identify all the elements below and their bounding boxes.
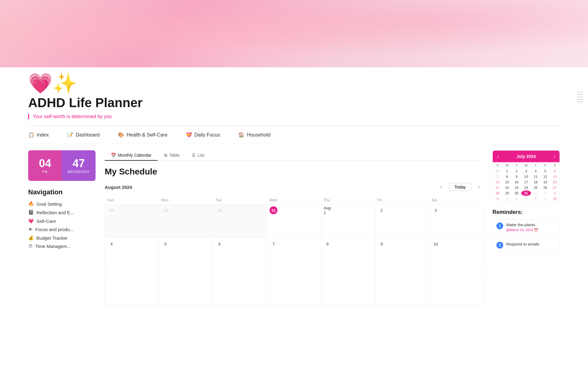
mini-cell-16[interactable]: 16: [512, 179, 521, 185]
today-button[interactable]: Today: [449, 183, 471, 191]
mini-cell-12[interactable]: 12: [541, 174, 550, 179]
mini-cell-30[interactable]: 30: [512, 190, 521, 196]
mini-cell-23[interactable]: 23: [512, 185, 521, 190]
mini-cell-10[interactable]: 10: [521, 174, 531, 179]
mini-cell-5n[interactable]: 5: [502, 196, 512, 201]
cal-cell-2[interactable]: 2: [375, 204, 429, 238]
mini-cell-27[interactable]: 27: [550, 185, 560, 190]
cal-cell-empty3[interactable]: [213, 272, 267, 305]
mini-cell-8n[interactable]: 8: [531, 196, 541, 201]
sidebar-item-time[interactable]: ⏱ Time Managem...: [28, 244, 96, 249]
mini-cell-15[interactable]: 15: [502, 179, 512, 185]
dashboard-icon: 📝: [67, 132, 73, 138]
prev-month-button[interactable]: ‹: [437, 183, 446, 191]
sidebar-item-budget[interactable]: 💰 Budget Tracker: [28, 235, 96, 241]
cal-cell-8[interactable]: 8: [321, 238, 375, 272]
mini-cell-19[interactable]: 19: [541, 179, 550, 185]
cal-cell-empty7[interactable]: [429, 272, 483, 305]
cal-cell-9[interactable]: 9: [375, 238, 429, 272]
sidebar-item-selfcare[interactable]: 💗 Self-Care: [28, 218, 96, 224]
mini-cell-29[interactable]: 29: [502, 190, 512, 196]
tab-list[interactable]: ☰ List: [186, 150, 210, 161]
scrollbar-line: [577, 99, 583, 100]
cal-cell-10[interactable]: 10: [429, 238, 483, 272]
mini-cell-18[interactable]: 18: [531, 179, 541, 185]
cal-cell-6[interactable]: 6: [213, 238, 267, 272]
sidebar-item-reflection[interactable]: 📓 Reflection and E...: [28, 210, 96, 215]
sidebar-item-focus[interactable]: 👁 Focus and produ...: [28, 227, 96, 232]
mini-cell-9[interactable]: 9: [512, 174, 521, 179]
cal-cell-29[interactable]: 29: [159, 204, 213, 238]
mini-cell-6n[interactable]: 6: [512, 196, 521, 201]
next-month-button[interactable]: ›: [475, 183, 483, 191]
mini-cell-9n[interactable]: 9: [541, 196, 550, 201]
cal-cell-empty2[interactable]: [159, 272, 213, 305]
cal-cell-5[interactable]: 5: [159, 238, 213, 272]
mini-cell-1n[interactable]: 1: [531, 190, 541, 196]
mini-cell-14[interactable]: 14: [493, 179, 502, 185]
nav-label-daily-focus: Daily Focus: [194, 132, 220, 138]
nav-item-daily-focus[interactable]: 💝 Daily Focus: [186, 129, 220, 140]
tab-label-monthly: Monthly Calendar: [118, 153, 152, 158]
mini-cell-2n[interactable]: 2: [541, 190, 550, 196]
mini-cell-20[interactable]: 20: [550, 179, 560, 185]
reminder-content-2: Respond to emails: [506, 242, 539, 246]
nav-item-health[interactable]: 🎨 Health & Self-Care: [118, 129, 167, 140]
mini-cell-24[interactable]: 24: [521, 185, 531, 190]
main-content: 04 PM 47 WEDNESDAY Navigation 🔥 Goal Set…: [0, 144, 588, 312]
cal-cell-empty5[interactable]: [321, 272, 375, 305]
mini-cell-3n[interactable]: 3: [550, 190, 560, 196]
scrollbar[interactable]: [577, 92, 583, 102]
cal-cell-31[interactable]: 31: [267, 204, 321, 238]
mini-cell-17[interactable]: 17: [521, 179, 531, 185]
sidebar-item-label: Goal Setting: [36, 201, 62, 207]
mini-cell-10n[interactable]: 10: [550, 196, 560, 201]
budget-icon: 💰: [28, 235, 34, 241]
mini-cell-26[interactable]: 26: [541, 185, 550, 190]
mini-cell-30p[interactable]: 30: [493, 168, 502, 174]
cal-cell-30[interactable]: 30: [213, 204, 267, 238]
cal-cell-empty6[interactable]: [375, 272, 429, 305]
mini-prev-button[interactable]: ‹: [497, 154, 499, 159]
mini-cell-2[interactable]: 2: [512, 168, 521, 174]
clock-minute-panel: 47 WEDNESDAY: [62, 150, 96, 181]
mini-calendar: ‹ July 2024 › S M T W T F S: [492, 150, 560, 202]
mini-day-t1: T: [512, 162, 521, 168]
tab-table[interactable]: ⊞ Table: [158, 150, 186, 161]
cal-cell-4[interactable]: 4: [105, 238, 159, 272]
mini-next-button[interactable]: ›: [554, 154, 555, 159]
mini-cell-22[interactable]: 22: [502, 185, 512, 190]
calendar-week-1: 28 29 30 31 Aug 1 2 3: [105, 204, 483, 238]
cal-cell-7[interactable]: 7: [267, 238, 321, 272]
nav-item-dashboard[interactable]: 📝 Dashboard: [67, 129, 100, 140]
cal-cell-3[interactable]: 3: [429, 204, 483, 238]
mini-cell-31-today[interactable]: 31: [521, 190, 531, 196]
mini-cell-8[interactable]: 8: [502, 174, 512, 179]
selfcare-icon: 💗: [28, 218, 34, 224]
tab-monthly-calendar[interactable]: 📅 Monthly Calendar: [105, 150, 158, 161]
reminder-item-1: 1 Water the plants @March 29, 2024 ⏰: [492, 219, 560, 235]
sidebar-item-goal-setting[interactable]: 🔥 Goal Setting: [28, 201, 96, 207]
mini-cell-4n[interactable]: 4: [493, 196, 502, 201]
cal-cell-28[interactable]: 28: [105, 204, 159, 238]
mini-cell-3[interactable]: 3: [521, 168, 531, 174]
mini-cell-1[interactable]: 1: [502, 168, 512, 174]
mini-cell-13[interactable]: 13: [550, 174, 560, 179]
mini-cell-7[interactable]: 7: [493, 174, 502, 179]
mini-cell-6[interactable]: 6: [550, 168, 560, 174]
cal-cell-empty4[interactable]: [267, 272, 321, 305]
mini-cell-21[interactable]: 21: [493, 185, 502, 190]
reminder-number-1: 1: [496, 223, 503, 229]
clock-widget: 04 PM 47 WEDNESDAY: [28, 150, 96, 181]
nav-item-household[interactable]: 🏠 Household: [238, 129, 270, 140]
nav-item-index[interactable]: 📋 Index: [28, 129, 49, 140]
cal-cell-empty1[interactable]: [105, 272, 159, 305]
mini-cell-25[interactable]: 25: [531, 185, 541, 190]
mini-cell-7n[interactable]: 7: [521, 196, 531, 201]
reminders-title: Reminders:: [492, 209, 560, 215]
mini-cell-28[interactable]: 28: [493, 190, 502, 196]
mini-cell-4[interactable]: 4: [531, 168, 541, 174]
mini-cell-5[interactable]: 5: [541, 168, 550, 174]
mini-cell-11[interactable]: 11: [531, 174, 541, 179]
cal-cell-aug1[interactable]: Aug 1: [321, 204, 375, 238]
